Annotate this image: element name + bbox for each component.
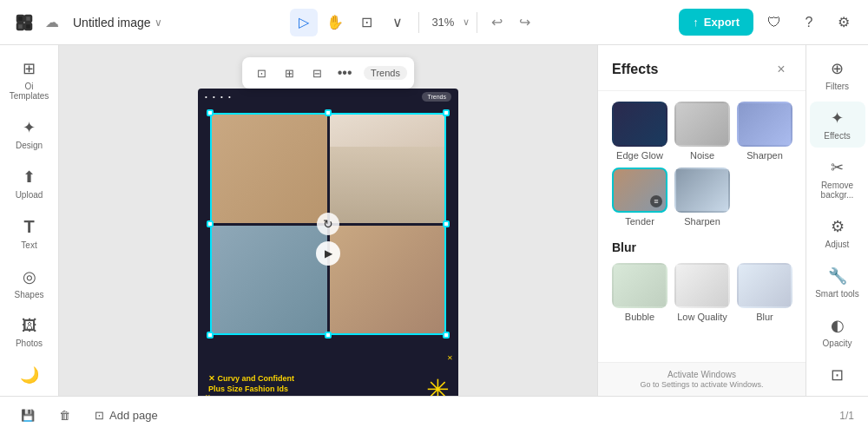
svg-rect-1 <box>25 16 31 22</box>
sidebar-item-photos[interactable]: 🖼 Photos <box>3 310 56 355</box>
effect-low-quality[interactable]: Low Quality <box>674 263 730 322</box>
sidebar-item-shapes[interactable]: ◎ Shapes <box>3 260 56 306</box>
title-chevron-icon[interactable]: ∨ <box>155 16 162 29</box>
shield-button[interactable]: 🛡 <box>760 9 788 36</box>
trends-badge[interactable]: Trends <box>364 66 407 80</box>
upload-icon: ⬆ <box>23 168 36 187</box>
canvas-grid-button[interactable]: ⊞ <box>277 61 301 85</box>
export-button[interactable]: ↑ Export <box>679 9 753 36</box>
mini-tool-opacity[interactable]: ◐ Opacity <box>810 309 865 355</box>
pan-tool-button[interactable]: ✋ <box>321 9 349 36</box>
panel-header: Effects × <box>598 45 806 91</box>
selection-handle-lm[interactable] <box>207 220 214 227</box>
selection-handle-rm[interactable] <box>443 220 450 227</box>
effect-thumb-edge-glow <box>612 102 667 147</box>
canvas-area: Page 1 ⊡ ⊞ ⊟ ••• Trends • • • • Trends <box>59 45 597 396</box>
right-mini-toolbar: ⊕ Filters ✦ Effects ✂ Remove backgr... ⚙… <box>806 45 868 396</box>
help-button[interactable]: ? <box>795 9 823 36</box>
svg-rect-2 <box>17 23 23 30</box>
canvas-floating-toolbar: ⊡ ⊞ ⊟ ••• Trends <box>242 57 414 89</box>
frame-tool-button[interactable]: ⊡ <box>352 9 380 36</box>
templates-icon: ⊞ <box>23 59 36 78</box>
sidebar-shapes-label: Shapes <box>15 290 44 299</box>
zoom-chevron-icon[interactable]: ∨ <box>463 16 470 28</box>
text-icon: T <box>23 217 34 237</box>
canvas-trends-label: Trends <box>422 92 451 102</box>
sidebar-photos-label: Photos <box>16 339 43 348</box>
sidebar-item-templates[interactable]: ⊞ Oi Templates <box>3 52 56 108</box>
effect-label-blur: Blur <box>756 312 773 322</box>
effect-sharpen2[interactable]: Sharpen <box>674 168 730 227</box>
canvas-more-button[interactable]: ••• <box>332 61 357 85</box>
add-page-button[interactable]: ⊡ Add page <box>88 405 165 425</box>
activate-windows-subtext: Go to Settings to activate Windows. <box>640 380 763 389</box>
refresh-icon[interactable]: ↻ <box>317 213 339 235</box>
smart-tools-label: Smart tools <box>815 289 859 299</box>
delete-button[interactable]: 🗑 <box>52 405 77 425</box>
selection-handle-bm[interactable] <box>325 332 332 339</box>
effect-bubble[interactable]: Bubble <box>612 263 667 322</box>
settings-button[interactable]: ⚙ <box>830 9 858 36</box>
canvas-play-button[interactable]: ▶ <box>316 241 340 266</box>
frame-expand-button[interactable]: ∨ <box>384 9 411 36</box>
effect-label-noise: Noise <box>690 150 714 161</box>
effects-grid-top: Edge Glow Noise Sharpen <box>612 102 792 161</box>
canvas-text-area: ✕ Curvy and ConfidentPlus Size Fashion I… <box>208 374 406 396</box>
smart-tools-icon: 🔧 <box>828 266 847 286</box>
zoom-value[interactable]: 31% <box>426 12 459 32</box>
canvas-wrapper: ⊡ ⊞ ⊟ ••• Trends • • • • Trends <box>198 89 458 396</box>
canvas-resize-button[interactable]: ⊡ <box>249 61 273 85</box>
app-logo[interactable] <box>10 9 38 36</box>
panel-close-button[interactable]: × <box>771 59 792 80</box>
add-page-icon: ⊡ <box>95 409 104 422</box>
effect-noise[interactable]: Noise <box>674 102 730 161</box>
cloud-icon: ☁ <box>45 14 59 30</box>
mini-tool-effects[interactable]: ✦ Effects <box>810 102 865 148</box>
selection-handle-tm[interactable] <box>325 109 332 116</box>
export-icon: ↑ <box>693 16 699 29</box>
main-area: ⊞ Oi Templates ✦ Design ⬆ Upload T Text … <box>0 45 868 396</box>
photo-cell-4 <box>330 226 445 334</box>
effect-edge-glow[interactable]: Edge Glow <box>612 102 667 161</box>
opacity-label: Opacity <box>823 339 852 348</box>
svg-rect-0 <box>17 16 23 22</box>
toolbar-divider <box>418 12 419 33</box>
canvas-dots: • • • • <box>205 93 233 101</box>
mini-tool-smart-tools[interactable]: 🔧 Smart tools <box>810 260 865 306</box>
left-sidebar: ⊞ Oi Templates ✦ Design ⬆ Upload T Text … <box>0 45 59 396</box>
effects-panel: Effects × Edge Glow Noise Sharp <box>597 45 806 396</box>
mini-tool-adjust[interactable]: ⚙ Adjust <box>810 210 865 256</box>
export-label: Export <box>704 16 740 29</box>
save-button[interactable]: 💾 <box>14 405 42 425</box>
mini-tool-crop[interactable]: ⊡ <box>810 358 865 391</box>
canvas-copy-button[interactable]: ⊟ <box>305 61 329 85</box>
dark-mode-icon: 🌙 <box>20 365 39 385</box>
effect-thumb-noise <box>674 102 730 147</box>
sidebar-item-design[interactable]: ✦ Design <box>3 111 56 157</box>
canvas-content[interactable]: • • • • Trends <box>198 89 458 396</box>
effects-grid-middle: ≡ Tender Sharpen <box>612 168 792 227</box>
undo-button[interactable]: ↩ <box>484 10 509 35</box>
selection-handle-tr[interactable] <box>443 109 450 116</box>
topbar: ☁ Untitled image ∨ ▷ ✋ ⊡ ∨ 31% ∨ ↩ ↪ ↑ E… <box>0 0 868 45</box>
sidebar-item-text[interactable]: T Text <box>3 210 56 257</box>
toolbar-divider-2 <box>477 12 477 33</box>
select-tool-button[interactable]: ▷ <box>290 9 318 36</box>
effect-tender[interactable]: ≡ Tender <box>612 168 667 227</box>
effect-sharpen[interactable]: Sharpen <box>737 102 792 161</box>
sidebar-item-dark-mode[interactable]: 🌙 <box>3 358 56 391</box>
effect-thumb-bubble <box>612 263 667 308</box>
save-icon: 💾 <box>21 409 35 422</box>
selection-handle-bl[interactable] <box>207 332 214 339</box>
selection-handle-br[interactable] <box>443 332 450 339</box>
effect-label-tender: Tender <box>625 216 654 227</box>
selection-handle-tl[interactable] <box>207 109 214 116</box>
redo-button[interactable]: ↪ <box>512 10 536 35</box>
sidebar-item-upload[interactable]: ⬆ Upload <box>3 161 56 207</box>
delete-icon: 🗑 <box>59 409 70 422</box>
mini-tool-filters[interactable]: ⊕ Filters <box>810 52 865 98</box>
effect-blur[interactable]: Blur <box>737 263 792 322</box>
star-decoration: ✳ <box>426 373 450 396</box>
page-indicator: 1/1 <box>839 410 854 422</box>
mini-tool-remove-bg[interactable]: ✂ Remove backgr... <box>810 151 865 207</box>
